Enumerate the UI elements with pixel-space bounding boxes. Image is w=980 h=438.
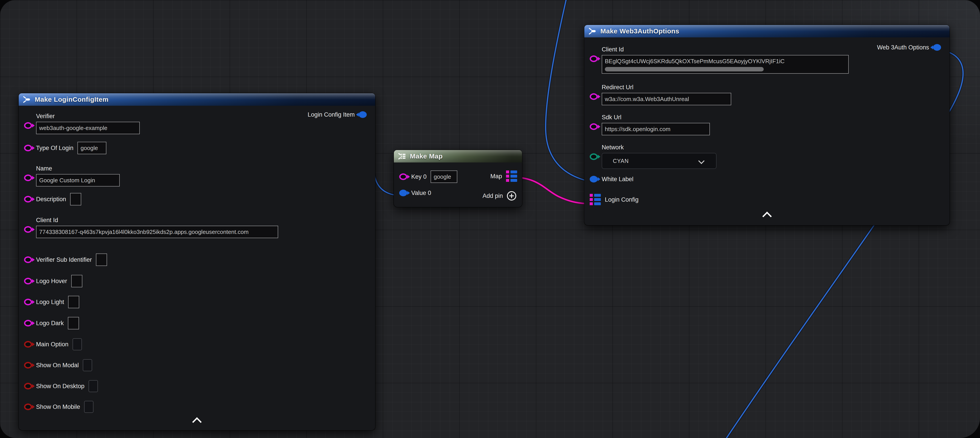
client-id-input[interactable]: BEglQSgt4cUWcj6SKRdu5QkOXTsePmMcusG5EAoy… <box>602 55 849 74</box>
pin-row-show-on-desktop: Show On Desktop <box>24 380 98 392</box>
pin-web3auth-options-output[interactable] <box>933 44 941 51</box>
wire-map-to-loginconfig[interactable] <box>516 177 590 204</box>
add-pin-button[interactable] <box>507 191 516 201</box>
node-title: Make Map <box>410 153 442 160</box>
pin-row-name: Name Google Custom Login <box>24 165 120 186</box>
pin-row-network: Network CYAN <box>590 143 716 169</box>
pin-row-verifier: Verifier web3auth-google-example <box>24 112 140 134</box>
pin-value0[interactable] <box>399 190 407 196</box>
make-map-icon <box>398 153 406 160</box>
pin-main-option[interactable] <box>24 341 32 348</box>
wire-shadow <box>516 177 590 204</box>
main-option-checkbox[interactable] <box>73 338 82 350</box>
type-of-login-input[interactable]: google <box>78 142 107 154</box>
pin-type-of-login[interactable] <box>24 145 32 151</box>
pin-row-login-config: Login Config <box>590 194 639 205</box>
pin-white-label[interactable] <box>590 176 598 183</box>
pin-row-key0: Key 0 google <box>399 170 457 183</box>
collapse-node-button[interactable] <box>584 213 950 220</box>
pin-map-output[interactable] <box>506 170 517 182</box>
redirect-url-input[interactable]: w3a://com.w3a.Web3AuthUnreal <box>602 93 731 105</box>
pin-row-redirect-url: Redirect Url w3a://com.w3a.Web3AuthUnrea… <box>590 83 731 105</box>
pin-verifier-sub-identifier[interactable] <box>24 256 32 263</box>
pin-row-map-output: Map <box>490 170 517 182</box>
client-id-input[interactable]: 774338308167-q463s7kpvja16l4l0kko3nb925i… <box>36 226 278 238</box>
pin-row-login-config-item: Login Config Item <box>307 111 367 118</box>
verifier-input[interactable]: web3auth-google-example <box>36 122 140 134</box>
pin-verifier[interactable] <box>24 122 32 129</box>
verifier-sub-identifier-input[interactable] <box>96 253 107 266</box>
node-title: Make Web3AuthOptions <box>600 27 679 35</box>
show-on-mobile-checkbox[interactable] <box>84 401 94 413</box>
node-header[interactable]: Make LoginConfigItem <box>19 93 375 106</box>
pin-row-main-option: Main Option <box>24 338 82 350</box>
description-input[interactable] <box>70 193 81 205</box>
pin-row-web3auth-options-output: Web 3Auth Options <box>877 44 941 51</box>
logo-light-input[interactable] <box>68 296 79 308</box>
pin-row-logo-hover: Logo Hover <box>24 275 82 287</box>
pin-name[interactable] <box>24 175 32 181</box>
pin-row-description: Description <box>24 193 81 205</box>
pin-show-on-desktop[interactable] <box>24 383 32 390</box>
chevron-up-icon <box>762 212 772 221</box>
pin-row-show-on-mobile: Show On Mobile <box>24 401 94 413</box>
key0-input[interactable]: google <box>431 170 457 183</box>
collapse-node-button[interactable] <box>19 419 375 425</box>
pin-redirect-url[interactable] <box>590 93 598 100</box>
pin-client-id[interactable] <box>24 226 32 233</box>
blueprint-graph-canvas[interactable]: Make LoginConfigItem Login Config Item V… <box>0 0 980 438</box>
pin-row-show-on-modal: Show On Modal <box>24 359 92 371</box>
pin-row-logo-light: Logo Light <box>24 296 79 308</box>
sdk-url-input[interactable]: https://sdk.openlogin.com <box>602 123 710 135</box>
pin-login-config-item-output[interactable] <box>359 111 367 118</box>
pin-login-config[interactable] <box>590 194 601 205</box>
pin-row-type-of-login: Type Of Login google <box>24 142 107 154</box>
node-header[interactable]: Make Web3AuthOptions <box>584 25 950 37</box>
chevron-up-icon <box>192 417 202 427</box>
pin-show-on-modal[interactable] <box>24 362 32 369</box>
pin-logo-hover[interactable] <box>24 278 32 284</box>
node-title: Make LoginConfigItem <box>35 96 108 103</box>
pin-row-sdk-url: Sdk Url https://sdk.openlogin.com <box>590 113 710 135</box>
pin-row-client-id: Client Id 774338308167-q463s7kpvja16l4l0… <box>24 216 278 238</box>
pin-key0[interactable] <box>399 174 407 180</box>
horizontal-scrollbar[interactable] <box>605 67 764 72</box>
pin-row-value0: Value 0 <box>399 189 431 197</box>
logo-dark-input[interactable] <box>68 317 79 330</box>
pin-row-verifier-sub-identifier: Verifier Sub Identifier <box>24 253 107 266</box>
pin-row-logo-dark: Logo Dark <box>24 317 79 330</box>
network-dropdown[interactable]: CYAN <box>602 153 716 169</box>
chevron-down-icon <box>698 158 705 164</box>
show-on-modal-checkbox[interactable] <box>83 359 92 371</box>
node-make-loginconfigitem[interactable]: Make LoginConfigItem Login Config Item V… <box>19 93 375 430</box>
node-header[interactable]: Make Map <box>394 150 522 162</box>
name-input[interactable]: Google Custom Login <box>36 174 120 186</box>
node-make-web3authoptions[interactable]: Make Web3AuthOptions Web 3Auth Options C… <box>584 25 950 225</box>
node-make-map[interactable]: Make Map Key 0 google Map Value 0 Add pi… <box>394 150 522 207</box>
show-on-desktop-checkbox[interactable] <box>89 380 98 392</box>
pin-row-white-label: White Label <box>590 175 633 183</box>
make-struct-icon <box>588 27 597 35</box>
pin-client-id[interactable] <box>590 56 598 62</box>
add-pin-row: Add pin <box>482 191 516 201</box>
logo-hover-input[interactable] <box>71 275 82 287</box>
pin-network[interactable] <box>590 153 598 160</box>
pin-sdk-url[interactable] <box>590 123 598 130</box>
pin-logo-dark[interactable] <box>24 320 32 327</box>
pin-show-on-mobile[interactable] <box>24 403 32 410</box>
pin-logo-light[interactable] <box>24 299 32 305</box>
pin-row-client-id: Client Id BEglQSgt4cUWcj6SKRdu5QkOXTsePm… <box>590 46 849 74</box>
make-struct-icon <box>22 96 31 103</box>
pin-description[interactable] <box>24 196 32 202</box>
